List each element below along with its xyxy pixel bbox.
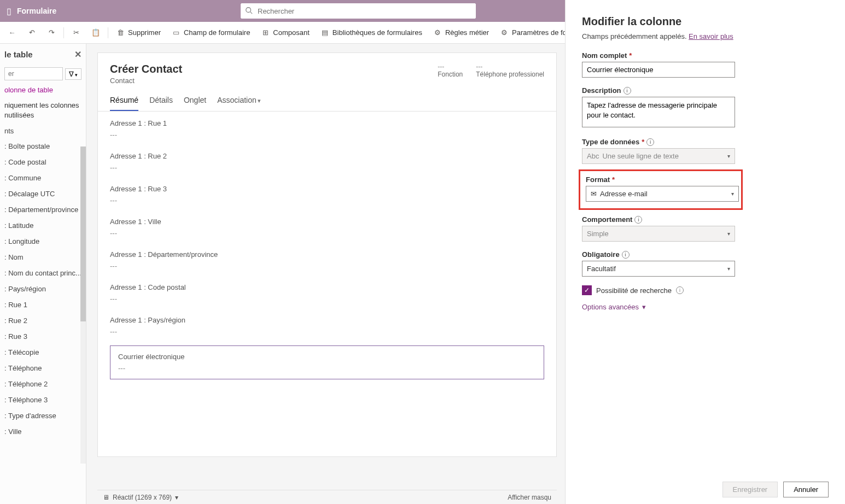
- column-item[interactable]: : Nom: [0, 249, 86, 265]
- columns-panel-header: le table ✕: [0, 44, 86, 65]
- required-asterisk: *: [629, 51, 632, 60]
- check-icon: ✓: [584, 286, 590, 294]
- form-field[interactable]: Adresse 1 : Département/province---: [110, 245, 544, 278]
- meta-label: Fonction: [438, 71, 463, 78]
- form-field[interactable]: Adresse 1 : Pays/région---: [110, 310, 544, 343]
- datatype-label: Type de données* i: [582, 138, 829, 146]
- info-icon[interactable]: i: [622, 251, 630, 259]
- responsive-indicator[interactable]: 🖥 Réactif (1269 x 769) ▾: [103, 494, 178, 501]
- column-item[interactable]: : Téléphone 3: [0, 392, 86, 408]
- cut-button[interactable]: ✂: [66, 25, 86, 40]
- tab-onglet[interactable]: Onglet: [184, 90, 206, 111]
- business-rules-button[interactable]: ⚙ Règles métier: [428, 25, 494, 40]
- rules-icon: ⚙: [433, 28, 442, 37]
- close-icon[interactable]: ✕: [74, 49, 81, 60]
- svg-line-1: [250, 12, 253, 14]
- info-icon[interactable]: i: [646, 138, 654, 146]
- columns-list: : Boîte postale: Code postal: Commune: D…: [0, 138, 86, 455]
- chevron-down-icon: ▾: [731, 191, 734, 197]
- searchable-row[interactable]: ✓ Possibilité de recherche i: [582, 285, 829, 295]
- column-item[interactable]: : Longitude: [0, 233, 86, 249]
- show-hidden-link[interactable]: Afficher masqu: [508, 494, 551, 501]
- svg-point-0: [246, 8, 251, 13]
- cancel-button[interactable]: Annuler: [783, 482, 829, 497]
- column-item[interactable]: : Rue 1: [0, 297, 86, 313]
- learn-more-link[interactable]: En savoir plus: [689, 32, 733, 40]
- column-item[interactable]: : Téléphone 2: [0, 376, 86, 392]
- form-title: Créer Contact: [110, 63, 182, 75]
- undo-icon: ↶: [27, 28, 36, 37]
- column-item[interactable]: : Boîte postale: [0, 138, 86, 154]
- column-item[interactable]: : Téléphone: [0, 360, 86, 376]
- tab-résumé[interactable]: Résumé: [110, 90, 138, 111]
- scrollbar-thumb[interactable]: [80, 146, 86, 321]
- field-value: ---: [110, 196, 544, 204]
- scrollbar[interactable]: [80, 146, 86, 464]
- field-value: ---: [110, 295, 544, 303]
- column-group-title: nts: [0, 124, 86, 138]
- description-input[interactable]: [582, 97, 735, 127]
- responsive-label: Réactif (1269 x 769): [113, 494, 172, 501]
- form-field[interactable]: Courrier électronique---: [110, 345, 544, 379]
- paste-button[interactable]: 📋: [86, 25, 106, 40]
- searchable-label: Possibilité de recherche: [596, 286, 672, 295]
- searchable-checkbox[interactable]: ✓: [582, 285, 592, 295]
- column-item[interactable]: : Latitude: [0, 218, 86, 233]
- redo-icon: ↷: [47, 28, 56, 37]
- form-field[interactable]: Adresse 1 : Rue 1---: [110, 114, 544, 146]
- back-icon: ←: [8, 28, 16, 37]
- column-item[interactable]: : Département/province: [0, 202, 86, 218]
- field-label: Adresse 1 : Département/province: [110, 250, 544, 259]
- meta-value: ---: [438, 63, 463, 71]
- email-icon: ✉: [591, 190, 597, 198]
- back-button[interactable]: ←: [2, 25, 22, 40]
- form-field-label: Champ de formulaire: [184, 28, 250, 37]
- column-item[interactable]: : Décalage UTC: [0, 186, 86, 202]
- chevron-down-icon: ▾: [258, 97, 261, 104]
- column-item[interactable]: : Nom du contact princ...: [0, 265, 86, 281]
- new-table-column[interactable]: olonne de table: [0, 83, 86, 97]
- format-select[interactable]: ✉Adresse e-mail ▾: [586, 186, 739, 202]
- form-field[interactable]: Adresse 1 : Rue 3---: [110, 179, 544, 212]
- form-field[interactable]: Adresse 1 : Code postal---: [110, 278, 544, 310]
- show-unused-toggle[interactable]: niquement les colonnes nutilisées: [0, 97, 86, 124]
- required-select[interactable]: Facultatif ▾: [582, 261, 735, 277]
- form-tabs: RésuméDétailsOngletAssociation▾: [98, 90, 556, 112]
- separator: [108, 27, 108, 38]
- behavior-select: Simple ▾: [582, 226, 735, 242]
- form-field-button[interactable]: ▭ Champ de formulaire: [166, 25, 255, 40]
- info-icon[interactable]: i: [634, 216, 642, 224]
- column-item[interactable]: : Ville: [0, 424, 86, 439]
- display-name-input[interactable]: [582, 62, 735, 78]
- behavior-label: Comportement i: [582, 215, 829, 224]
- required-value: Facultatif: [587, 265, 616, 273]
- column-item[interactable]: : Rue 2: [0, 313, 86, 329]
- column-item[interactable]: : Type d'adresse: [0, 408, 86, 424]
- tab-association[interactable]: Association▾: [217, 90, 261, 111]
- tab-détails[interactable]: Détails: [149, 90, 173, 111]
- form-field[interactable]: Adresse 1 : Ville---: [110, 212, 544, 245]
- redo-button[interactable]: ↷: [42, 25, 61, 40]
- column-item[interactable]: : Code postal: [0, 154, 86, 170]
- info-icon[interactable]: i: [676, 286, 684, 294]
- columns-filter-input[interactable]: [4, 67, 63, 80]
- column-item[interactable]: : Rue 3: [0, 329, 86, 344]
- chevron-down-icon: ▾: [727, 231, 730, 237]
- global-search[interactable]: [241, 3, 476, 19]
- edit-column-panel: Modifier la colonne Champs précédemment …: [565, 0, 845, 504]
- column-item[interactable]: : Commune: [0, 170, 86, 186]
- form-entity: Contact: [110, 77, 182, 85]
- form-libs-button[interactable]: ▤ Bibliothèques de formulaires: [315, 25, 428, 40]
- undo-button[interactable]: ↶: [22, 25, 42, 40]
- component-label: Composant: [273, 28, 309, 37]
- advanced-options-toggle[interactable]: Options avancées ▾: [582, 303, 829, 311]
- info-icon[interactable]: i: [623, 87, 631, 95]
- filter-button[interactable]: ∇▾: [65, 68, 81, 80]
- delete-button[interactable]: 🗑 Supprimer: [110, 25, 166, 40]
- column-item[interactable]: : Télécopie: [0, 344, 86, 360]
- form-field[interactable]: Adresse 1 : Rue 2---: [110, 146, 544, 179]
- component-button[interactable]: ⊞ Composant: [255, 25, 314, 40]
- column-item[interactable]: : Pays/région: [0, 281, 86, 297]
- search-input[interactable]: [241, 3, 476, 19]
- field-label: Adresse 1 : Ville: [110, 218, 544, 226]
